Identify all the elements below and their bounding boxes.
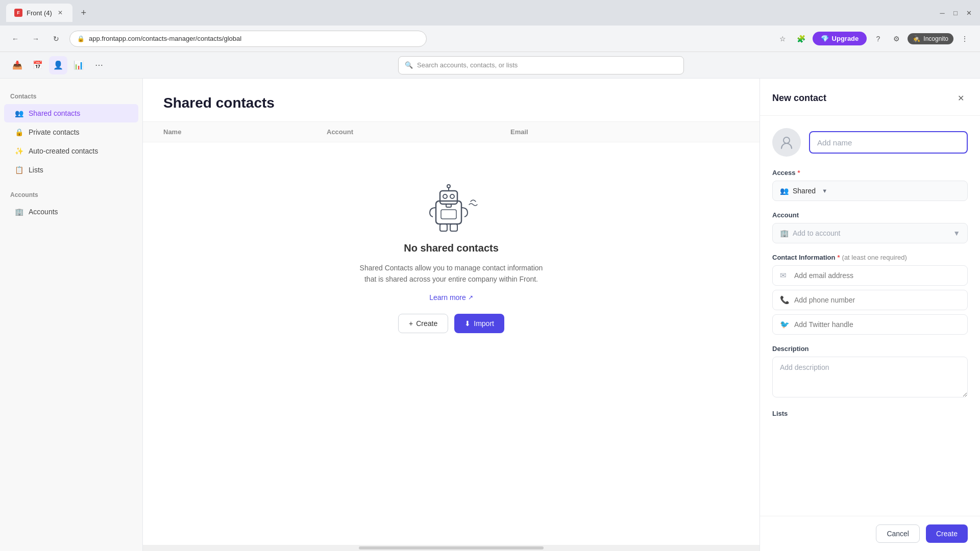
url-text: app.frontapp.com/contacts-manager/contac…	[89, 35, 241, 42]
contact-info-required: *	[838, 254, 840, 261]
close-window-btn[interactable]: ✕	[964, 8, 974, 18]
access-form-group: Access * 👥 Shared ▼	[772, 169, 968, 201]
back-button[interactable]: ←	[8, 32, 22, 46]
search-bar[interactable]: 🔍 Search accounts, contacts, or lists	[398, 56, 684, 74]
create-label: Create	[416, 319, 437, 328]
email-icon: ✉	[780, 271, 789, 280]
col-header-name: Name	[163, 128, 327, 136]
description-textarea[interactable]	[772, 357, 968, 397]
sidebar-item-auto-created[interactable]: ✨ Auto-created contacts	[4, 142, 138, 160]
phone-input[interactable]	[794, 296, 960, 304]
inbox-icon[interactable]: 📥	[8, 56, 27, 74]
learn-more-text: Learn more	[429, 293, 466, 302]
col-header-account: Account	[327, 128, 510, 136]
gem-icon: 💎	[821, 35, 829, 42]
cancel-button[interactable]: Cancel	[876, 524, 920, 543]
calendar-icon[interactable]: 📅	[29, 56, 47, 74]
svg-point-11	[783, 137, 790, 143]
browser-tab[interactable]: F Front (4) ✕	[6, 4, 72, 22]
empty-actions: + Create ⬇ Import	[398, 314, 504, 333]
contact-header	[772, 128, 968, 157]
reload-button[interactable]: ↻	[49, 32, 63, 46]
more-icon[interactable]: ⋯	[90, 56, 108, 74]
description-label: Description	[772, 345, 968, 353]
panel-close-button[interactable]: ✕	[953, 91, 968, 105]
new-tab-button[interactable]: +	[77, 6, 91, 20]
analytics-icon[interactable]: 📊	[69, 56, 88, 74]
main-layout: Contacts 👥 Shared contacts 🔒 Private con…	[0, 79, 980, 551]
svg-rect-7	[446, 204, 451, 207]
search-icon: 🔍	[405, 61, 413, 69]
col-header-email: Email	[510, 128, 739, 136]
contact-info-note: (at least one required)	[842, 254, 907, 261]
sidebar-item-private-contacts[interactable]: 🔒 Private contacts	[4, 123, 138, 141]
account-chevron-icon: ▼	[953, 229, 960, 237]
table-header: Name Account Email	[143, 122, 760, 142]
tab-close-btn[interactable]: ✕	[56, 9, 64, 17]
sidebar-item-accounts[interactable]: 🏢 Accounts	[4, 203, 138, 221]
maximize-btn[interactable]: □	[950, 8, 961, 18]
scrollbar-thumb	[359, 546, 544, 549]
tab-title: Front (4)	[27, 9, 52, 17]
browser-chrome: F Front (4) ✕ + ─ □ ✕	[0, 0, 980, 26]
create-contact-button[interactable]: Create	[926, 524, 968, 543]
create-icon: +	[409, 319, 413, 328]
shared-contacts-icon: 👥	[14, 109, 23, 118]
email-input[interactable]	[794, 271, 960, 280]
sidebar-item-label-auto: Auto-created contacts	[29, 147, 98, 155]
content-header: Shared contacts	[143, 79, 760, 122]
account-label: Account	[772, 211, 968, 219]
account-dropdown-icon: 🏢	[780, 229, 789, 237]
lock-icon: 🔒	[77, 35, 85, 42]
import-label: Import	[474, 319, 494, 328]
sidebar-item-label-private: Private contacts	[29, 128, 80, 136]
import-button[interactable]: ⬇ Import	[454, 314, 504, 333]
lists-label: Lists	[772, 410, 968, 417]
panel-title: New contact	[772, 93, 826, 104]
account-placeholder: Add to account	[793, 229, 840, 237]
contacts-icon[interactable]: 👤	[49, 56, 67, 74]
learn-more-link[interactable]: Learn more ↗	[429, 293, 473, 302]
scrollbar[interactable]	[143, 545, 760, 551]
accounts-icon: 🏢	[14, 207, 23, 216]
shared-icon: 👥	[780, 187, 789, 195]
svg-point-4	[443, 194, 447, 198]
extension-btn[interactable]: 🧩	[794, 32, 808, 46]
access-value: Shared	[793, 187, 816, 195]
forward-button[interactable]: →	[29, 32, 43, 46]
phone-field-container: 📞	[772, 290, 968, 310]
upgrade-button[interactable]: 💎 Upgrade	[813, 32, 867, 45]
account-dropdown[interactable]: 🏢 Add to account ▼	[772, 223, 968, 243]
empty-illustration	[421, 183, 482, 234]
settings-btn[interactable]: ⚙	[889, 32, 903, 46]
private-contacts-icon: 🔒	[14, 128, 23, 137]
email-field-container: ✉	[772, 265, 968, 286]
empty-state-title: No shared contacts	[404, 242, 499, 254]
name-input[interactable]	[809, 131, 968, 154]
help-btn[interactable]: ?	[871, 32, 885, 46]
twitter-field-container: 🐦	[772, 314, 968, 335]
tab-controls: ─ □ ✕	[937, 8, 974, 18]
minimize-btn[interactable]: ─	[937, 8, 947, 18]
panel-footer: Cancel Create	[760, 516, 980, 551]
incognito-label: Incognito	[923, 35, 948, 42]
panel-header: New contact ✕	[760, 79, 980, 116]
create-button[interactable]: + Create	[398, 314, 448, 333]
tab-favicon: F	[14, 9, 22, 17]
incognito-icon: 🕵	[913, 35, 920, 42]
sidebar-item-shared-contacts[interactable]: 👥 Shared contacts	[4, 104, 138, 122]
avatar	[772, 128, 801, 157]
access-dropdown[interactable]: 👥 Shared ▼	[772, 181, 968, 201]
contact-info-form-group: Contact Information * (at least one requ…	[772, 254, 968, 335]
sidebar-item-label-lists: Lists	[29, 166, 43, 174]
sidebar-item-lists[interactable]: 📋 Lists	[4, 161, 138, 179]
bookmark-btn[interactable]: ☆	[776, 32, 790, 46]
chevron-down-icon: ▼	[822, 188, 827, 194]
menu-btn[interactable]: ⋮	[958, 32, 972, 46]
auto-created-icon: ✨	[14, 146, 23, 156]
twitter-input[interactable]	[794, 320, 960, 329]
panel-body: Access * 👥 Shared ▼ Account 🏢 Add to acc…	[760, 116, 980, 516]
access-label: Access *	[772, 169, 968, 177]
accounts-section-label: Accounts	[8, 189, 134, 201]
address-bar[interactable]: 🔒 app.frontapp.com/contacts-manager/cont…	[69, 31, 427, 47]
